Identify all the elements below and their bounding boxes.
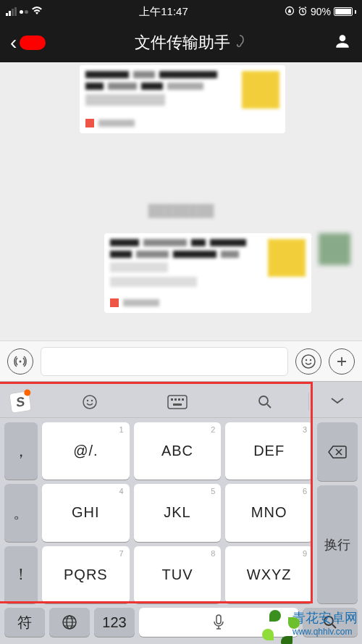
message-thumbnail bbox=[242, 71, 279, 109]
svg-rect-9 bbox=[168, 396, 187, 409]
svg-point-3 bbox=[302, 355, 315, 368]
message-input[interactable] bbox=[41, 347, 288, 376]
key-3[interactable]: 3DEF bbox=[225, 422, 313, 480]
key-num: 4 bbox=[119, 487, 124, 495]
kb-emoji-button[interactable] bbox=[46, 393, 134, 411]
svg-rect-14 bbox=[173, 403, 182, 406]
earpiece-icon bbox=[235, 35, 245, 51]
message-bubble[interactable] bbox=[80, 65, 285, 133]
key-label: MNO bbox=[251, 504, 287, 521]
key-5[interactable]: 5JKL bbox=[134, 484, 222, 541]
key-num: 8 bbox=[211, 549, 215, 558]
key-label: PQRS bbox=[64, 566, 108, 583]
svg-point-2 bbox=[20, 360, 22, 362]
svg-rect-18 bbox=[216, 615, 221, 624]
plus-icon bbox=[334, 354, 349, 369]
key-6[interactable]: 6MNO bbox=[225, 484, 313, 541]
key-num: 9 bbox=[303, 549, 307, 558]
svg-rect-10 bbox=[171, 398, 173, 401]
orientation-lock-icon bbox=[285, 6, 295, 18]
watermark-brand: 青花安卓网 bbox=[292, 609, 358, 627]
profile-button[interactable] bbox=[333, 32, 352, 54]
status-bar: 上午11:47 90% bbox=[0, 0, 362, 23]
key-numeric[interactable]: 123 bbox=[94, 608, 135, 637]
key-num: 6 bbox=[303, 487, 307, 495]
key-period[interactable]: 。 bbox=[4, 484, 38, 541]
nav-title-text: 文件传输助手 bbox=[135, 32, 230, 54]
key-symbols[interactable]: 符 bbox=[4, 608, 45, 637]
voice-input-button[interactable] bbox=[7, 348, 33, 375]
smile-icon bbox=[300, 354, 316, 369]
svg-rect-11 bbox=[174, 398, 177, 401]
chevron-left-icon: ‹ bbox=[10, 33, 17, 53]
chat-area[interactable]: ████████ bbox=[0, 62, 362, 340]
input-toolbar bbox=[0, 340, 362, 381]
svg-rect-13 bbox=[182, 398, 184, 401]
key-8[interactable]: 8TUV bbox=[134, 546, 222, 603]
sogou-ime-button[interactable]: S bbox=[10, 392, 46, 412]
wifi-icon bbox=[31, 6, 43, 17]
key-label: WXYZ bbox=[247, 566, 292, 583]
more-button[interactable] bbox=[329, 348, 355, 375]
svg-point-8 bbox=[91, 399, 93, 401]
smile-icon bbox=[81, 393, 98, 411]
carrier-dots-icon bbox=[20, 10, 28, 14]
key-num: 7 bbox=[119, 549, 124, 558]
svg-point-5 bbox=[310, 359, 311, 360]
key-exclaim[interactable]: ！ bbox=[4, 546, 38, 603]
alarm-icon bbox=[298, 6, 308, 18]
status-right: 90% bbox=[285, 6, 356, 18]
person-icon bbox=[333, 32, 352, 51]
sender-avatar[interactable] bbox=[319, 233, 350, 265]
svg-point-7 bbox=[87, 399, 88, 401]
keyboard: S ， 。 ！ 1@/. 2ABC 3DEF 4GHI bbox=[0, 381, 362, 644]
key-return[interactable]: 换行 bbox=[317, 485, 358, 603]
message-bubble[interactable] bbox=[104, 233, 350, 313]
unread-badge bbox=[20, 35, 46, 50]
signal-icon bbox=[6, 7, 17, 16]
keyboard-left-column: ， 。 ！ bbox=[4, 422, 38, 603]
svg-point-15 bbox=[259, 396, 268, 405]
status-left bbox=[6, 6, 43, 17]
microphone-icon bbox=[212, 614, 225, 631]
back-button[interactable]: ‹ bbox=[10, 33, 46, 53]
keyboard-right-column: 换行 bbox=[317, 422, 358, 603]
key-1[interactable]: 1@/. bbox=[42, 422, 130, 480]
key-4[interactable]: 4GHI bbox=[42, 484, 130, 541]
sogou-icon: S bbox=[9, 390, 32, 414]
watermark: 青花安卓网 www.qhhlv.com bbox=[262, 609, 358, 637]
key-label: DEF bbox=[253, 443, 285, 459]
chat-timestamp: ████████ bbox=[143, 203, 220, 219]
key-globe[interactable] bbox=[49, 608, 90, 637]
keyboard-icon bbox=[167, 395, 188, 409]
keyboard-body: ， 。 ！ 1@/. 2ABC 3DEF 4GHI 5JKL 6MNO 7PQR… bbox=[0, 418, 362, 603]
nav-title: 文件传输助手 bbox=[135, 32, 245, 54]
key-9[interactable]: 9WXYZ bbox=[225, 546, 313, 603]
kb-layout-button[interactable] bbox=[134, 395, 222, 409]
status-time: 上午11:47 bbox=[139, 5, 188, 19]
key-num: 2 bbox=[211, 425, 215, 434]
watermark-url: www.qhhlv.com bbox=[292, 627, 358, 637]
chevron-down-icon bbox=[329, 396, 345, 406]
kb-search-button[interactable] bbox=[221, 394, 308, 410]
key-2[interactable]: 2ABC bbox=[134, 422, 222, 480]
battery-percent: 90% bbox=[311, 6, 331, 17]
emoji-button[interactable] bbox=[295, 348, 321, 375]
svg-point-4 bbox=[306, 359, 307, 360]
battery-icon bbox=[334, 7, 356, 16]
key-label: ABC bbox=[161, 443, 193, 459]
keyboard-grid: 1@/. 2ABC 3DEF 4GHI 5JKL 6MNO 7PQRS 8TUV… bbox=[42, 422, 313, 603]
globe-icon bbox=[61, 614, 78, 631]
search-icon bbox=[257, 394, 273, 410]
sound-wave-icon bbox=[13, 354, 28, 369]
nav-bar: ‹ 文件传输助手 bbox=[0, 23, 362, 62]
key-comma[interactable]: ， bbox=[4, 422, 38, 480]
key-num: 3 bbox=[303, 425, 307, 434]
key-label: @/. bbox=[73, 443, 98, 459]
backspace-icon bbox=[327, 445, 348, 459]
key-7[interactable]: 7PQRS bbox=[42, 546, 130, 603]
key-backspace[interactable] bbox=[317, 422, 358, 481]
message-thumbnail bbox=[268, 239, 306, 277]
key-label: TUV bbox=[162, 566, 193, 583]
kb-collapse-button[interactable] bbox=[323, 394, 352, 409]
